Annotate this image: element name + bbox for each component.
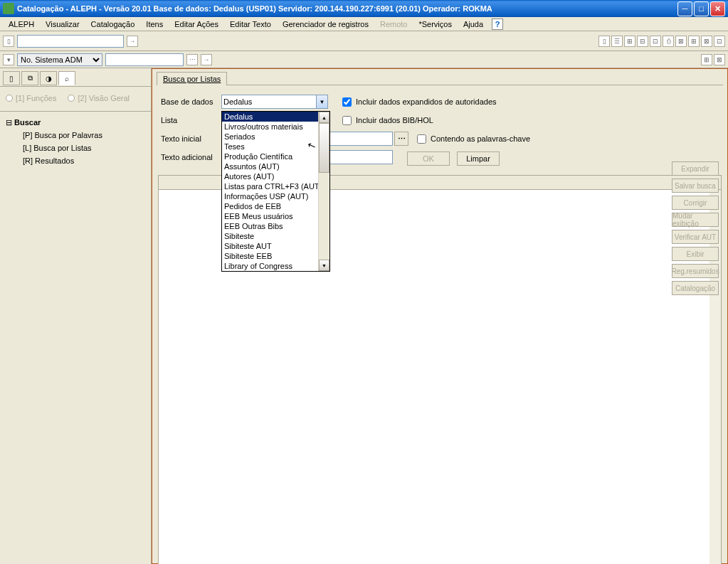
tree-root-buscar[interactable]: ⊟ Buscar <box>6 116 145 129</box>
tool-icon-8[interactable]: ⊞ <box>688 36 700 47</box>
dropdown-scrollbar[interactable]: ▲ ▼ <box>318 112 329 271</box>
tool-icon-9[interactable]: ⊠ <box>701 36 712 47</box>
go2-icon[interactable]: → <box>201 54 212 65</box>
doc-icon[interactable]: ▯ <box>3 36 14 47</box>
menu-editar-texto[interactable]: Editar Texto <box>224 18 277 30</box>
dropdown-icon[interactable]: ▾ <box>3 54 14 65</box>
btn-verificar-aut: Verificar AUT <box>672 230 719 244</box>
dropdown-option[interactable]: Listas para CTRL+F3 (AUT) <box>222 181 318 191</box>
left-tab-4[interactable]: ⌕ <box>58 71 75 85</box>
label-texto-adicional: Texto adicional <box>161 153 221 161</box>
dropdown-option[interactable]: Informações USP (AUT) <box>222 191 318 201</box>
close-button[interactable]: ✕ <box>710 1 725 16</box>
go-icon[interactable]: → <box>127 36 138 47</box>
dropdown-option[interactable]: Sibiteste EEB <box>222 251 318 261</box>
tool-icon-4[interactable]: ⊟ <box>637 36 648 47</box>
check-incluir-autoridades[interactable] <box>342 97 352 107</box>
label-check1: Incluir dados expandidos de autoridades <box>356 97 497 106</box>
toolbar1: ▯ → ▯ ☰ ⊞ ⊟ ⊡ ⎙ ⊠ ⊞ ⊠ ⊡ <box>0 31 728 51</box>
menu-servicos[interactable]: *Serviços <box>413 18 457 30</box>
scroll-down-icon[interactable]: ▼ <box>319 260 329 271</box>
tree-item-resultados[interactable]: [R] Resultados <box>6 154 145 167</box>
menu-catalogacao[interactable]: Catalogação <box>85 18 141 30</box>
left-tab-1[interactable]: ▯ <box>3 71 20 85</box>
sistema-adm-select[interactable]: No. Sistema ADM <box>17 53 102 66</box>
tool-icon-2[interactable]: ☰ <box>611 36 623 47</box>
btn-reg-resumidos: Reg.resumidos <box>672 264 719 278</box>
scroll-thumb[interactable] <box>319 123 329 173</box>
right-panel: Busca por Listas Base de dados Dedalus ▼… <box>152 68 728 564</box>
tab-busca-listas[interactable]: Busca por Listas <box>157 72 227 85</box>
menu-editar-acoes[interactable]: Editar Ações <box>169 18 224 30</box>
limpar-button[interactable]: Limpar <box>457 151 500 166</box>
label-texto-inicial: Texto inicial <box>161 134 221 143</box>
help-icon[interactable]: ? <box>492 18 503 30</box>
toolbar2-input[interactable] <box>105 53 184 66</box>
radio-visao-geral[interactable]: [2] Visão Geral <box>68 94 130 102</box>
menu-itens[interactable]: Itens <box>140 18 169 30</box>
dropdown-option[interactable]: Pedidos de EEB <box>222 201 318 211</box>
toolbar1-input[interactable] <box>17 35 124 48</box>
ellipsis-button[interactable]: ⋯ <box>394 132 408 146</box>
tool-icon-7[interactable]: ⊠ <box>675 36 687 47</box>
dropdown-option[interactable]: Sibiteste AUT <box>222 241 318 251</box>
btn-salvar-busca: Salvar busca <box>672 179 719 193</box>
menu-aleph[interactable]: ALEPH <box>3 18 40 30</box>
menu-gerenciador[interactable]: Gerenciador de registros <box>277 18 374 30</box>
chevron-down-icon: ▼ <box>316 95 327 108</box>
app-icon <box>3 3 14 14</box>
tool-icon-1[interactable]: ▯ <box>598 36 610 47</box>
scroll-up-icon[interactable]: ▲ <box>319 112 329 123</box>
tool-icon-6[interactable]: ⎙ <box>663 36 674 47</box>
tool2-icon-1[interactable]: ⊞ <box>701 54 712 65</box>
menu-ajuda[interactable]: Ajuda <box>458 18 489 30</box>
dropdown-option[interactable]: EEB Meus usuários <box>222 211 318 221</box>
toolbar2: ▾ No. Sistema ADM ⋯ → ⊞ ⊠ <box>0 51 728 68</box>
btn-expandir: Expandir <box>672 161 719 176</box>
btn-catalogacao: Catalogação <box>672 281 719 295</box>
menu-visualizar[interactable]: Visualizar <box>40 18 85 30</box>
ellipsis-icon[interactable]: ⋯ <box>186 54 198 65</box>
btn-exibir: Exibir <box>672 247 719 261</box>
dropdown-option[interactable]: Sibiteste <box>222 231 318 241</box>
label-check2: Incluir dados BIB/HOL <box>356 116 433 124</box>
dropdown-option[interactable]: Teses <box>222 142 318 151</box>
tree-item-listas[interactable]: [L] Busca por Listas <box>6 142 145 154</box>
dropdown-option[interactable]: EEB Outras Bibs <box>222 221 318 231</box>
dropdown-option[interactable]: Livros/outros materiais <box>222 122 318 132</box>
tree-item-palavras[interactable]: [P] Busca por Palavras <box>6 129 145 142</box>
label-lista: Lista <box>161 116 221 124</box>
label-check3: Contendo as palavras-chave <box>431 134 530 143</box>
dropdown-option[interactable]: Dedalus <box>222 112 318 122</box>
dropdown-option[interactable]: Autores (AUT) <box>222 171 318 181</box>
tool2-icon-2[interactable]: ⊠ <box>714 54 725 65</box>
tool-icon-3[interactable]: ⊞ <box>624 36 635 47</box>
titlebar-text: Catalogação - ALEPH - Versão 20.01 Base … <box>17 4 677 13</box>
maximize-button[interactable]: □ <box>694 1 709 16</box>
ok-button: OK <box>407 151 450 166</box>
btn-corrigir: Corrigir <box>672 196 719 210</box>
dropdown-option[interactable]: Library of Congress <box>222 261 318 271</box>
btn-mudar-exibicao: Mudar exibição <box>672 213 719 227</box>
label-base-dados: Base de dados <box>161 97 221 106</box>
dropdown-option[interactable]: Seriados <box>222 132 318 142</box>
left-tab-3[interactable]: ◑ <box>40 71 57 85</box>
check-palavras-chave[interactable] <box>417 134 426 144</box>
left-panel: ▯ ⧉ ◑ ⌕ [1] Funções [2] Visão Geral ⊟ Bu… <box>0 68 152 564</box>
menubar: ALEPH Visualizar Catalogação Itens Edita… <box>0 17 728 31</box>
left-tab-2[interactable]: ⧉ <box>21 71 38 85</box>
dropdown-option[interactable]: Assuntos (AUT) <box>222 161 318 171</box>
check-incluir-bibhol[interactable] <box>342 116 352 125</box>
radio-funcoes[interactable]: [1] Funções <box>6 94 56 102</box>
tool-icon-5[interactable]: ⊡ <box>650 36 661 47</box>
minimize-button[interactable]: ─ <box>677 1 692 16</box>
menu-remoto: Remoto <box>374 18 413 30</box>
dropdown-option[interactable]: Produção Científica <box>222 151 318 161</box>
dropdown-base-dados: DedalusLivros/outros materiaisSeriadosTe… <box>221 111 330 272</box>
titlebar: Catalogação - ALEPH - Versão 20.01 Base … <box>0 0 728 17</box>
select-base-dados[interactable]: Dedalus ▼ <box>221 95 328 109</box>
tool-icon-10[interactable]: ⊡ <box>714 36 725 47</box>
